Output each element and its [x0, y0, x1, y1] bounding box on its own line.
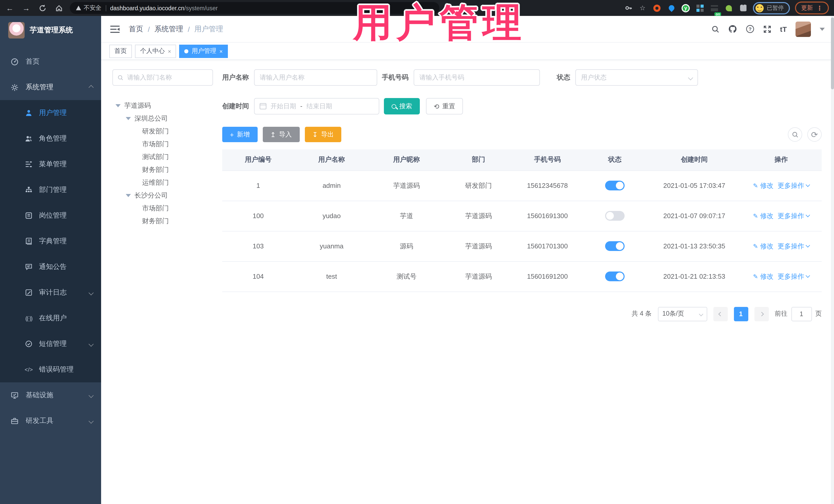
window-scrollbar[interactable] [831, 16, 834, 504]
plus-icon: + [230, 131, 234, 138]
sidebar-item-dict-management[interactable]: 字典管理 [0, 228, 101, 254]
close-icon[interactable]: × [219, 48, 223, 54]
tab-user-management[interactable]: 用户管理 × [179, 44, 228, 58]
sidebar-item-infrastructure[interactable]: 基础设施 [0, 382, 101, 408]
tree-node-root[interactable]: 芋道源码 [112, 99, 213, 112]
sidebar-item-user-management[interactable]: 用户管理 [0, 100, 101, 126]
status-toggle[interactable] [605, 211, 624, 221]
edit-link[interactable]: ✎修改 [753, 181, 773, 190]
sidebar-item-role-management[interactable]: 角色管理 [0, 126, 101, 151]
reset-button[interactable]: ⟲ 重置 [426, 98, 463, 114]
browser-home-icon[interactable] [54, 3, 64, 13]
edit-link[interactable]: ✎修改 [753, 241, 773, 251]
tree-node-leaf[interactable]: 运维部门 [112, 176, 213, 189]
github-icon[interactable] [728, 25, 737, 34]
status-select[interactable]: 用户状态 [575, 69, 698, 86]
help-icon[interactable]: ? [746, 25, 754, 34]
prev-page-button[interactable] [713, 307, 727, 321]
more-actions-link[interactable]: 更多操作 [777, 181, 809, 190]
dept-search-input[interactable] [127, 74, 208, 81]
breadcrumb-system[interactable]: 系统管理 [154, 24, 183, 34]
browser-back-icon[interactable]: ← [5, 3, 14, 13]
browser-update-button[interactable]: 更新 ⋮ [795, 2, 829, 14]
sidebar-item-sms-management[interactable]: 短信管理 [0, 331, 101, 357]
extension-green-key-icon[interactable] [724, 3, 733, 13]
date-range-picker[interactable]: 开始日期 - 结束日期 [254, 98, 379, 114]
edit-link[interactable]: ✎修改 [753, 211, 773, 220]
mobile-input[interactable] [419, 74, 534, 81]
sidebar-item-notice-announcement[interactable]: 通知公告 [0, 254, 101, 280]
import-button[interactable]: ↥ 导入 [263, 127, 300, 142]
tab-profile[interactable]: 个人中心 × [135, 44, 176, 58]
header-search-icon[interactable] [711, 25, 720, 33]
upload-icon: ↥ [270, 131, 276, 138]
app-logo-row[interactable]: 芋道管理系统 [0, 16, 101, 45]
tab-home[interactable]: 首页 [109, 44, 132, 58]
mobile-filter-field[interactable] [414, 69, 540, 86]
browser-menu-dots-icon[interactable]: ⋮ [816, 4, 823, 12]
extensions-puzzle-icon[interactable] [739, 3, 748, 13]
sidebar-item-menu-management[interactable]: 菜单管理 [0, 151, 101, 177]
browser-forward-icon[interactable]: → [22, 3, 31, 13]
extension-y-icon[interactable]: y [681, 3, 690, 13]
sidebar-item-post-management[interactable]: 岗位管理 [0, 203, 101, 228]
username-input[interactable] [260, 74, 372, 81]
status-toggle[interactable] [605, 271, 624, 281]
tree-caret-icon[interactable] [115, 104, 120, 107]
export-button[interactable]: ↧ 导出 [305, 127, 342, 142]
fullscreen-icon[interactable] [763, 25, 771, 33]
pagination-total: 共 4 条 [632, 309, 652, 318]
sidebar-collapse-icon[interactable] [110, 25, 119, 32]
sidebar-item-home[interactable]: 首页 [0, 49, 101, 74]
scrollbar-thumb[interactable] [831, 18, 834, 89]
avatar-caret-icon[interactable] [820, 27, 825, 30]
breadcrumb-home[interactable]: 首页 [129, 24, 143, 34]
sidebar-item-dev-tools[interactable]: 研发工具 [0, 408, 101, 434]
tree-node-leaf[interactable]: 研发部门 [112, 125, 213, 137]
address-bar[interactable]: 不安全 dashboard.yudao.iocoder.cn /system/u… [70, 2, 439, 14]
page-size-select[interactable]: 10条/页 [658, 307, 707, 321]
more-actions-link[interactable]: 更多操作 [777, 272, 809, 281]
extension-drop-icon[interactable] [667, 3, 676, 13]
tree-node-leaf[interactable]: 市场部门 [112, 137, 213, 150]
extension-squares-icon[interactable] [696, 3, 705, 13]
add-button[interactable]: + 新增 [222, 127, 257, 142]
tree-node-leaf[interactable]: 测试部门 [112, 150, 213, 163]
show-search-toggle-button[interactable] [788, 127, 802, 141]
tree-node-leaf[interactable]: 市场部门 [112, 202, 213, 215]
more-actions-link[interactable]: 更多操作 [777, 241, 809, 251]
current-page-button[interactable]: 1 [734, 307, 748, 321]
pencil-icon: ✎ [753, 273, 758, 280]
sidebar-item-audit-log[interactable]: 审计日志 [0, 280, 101, 305]
tree-node-branch[interactable]: 长沙分公司 [112, 189, 213, 202]
font-size-icon[interactable]: tT [780, 25, 787, 33]
status-toggle[interactable] [605, 241, 624, 251]
search-button[interactable]: 搜索 [384, 98, 420, 114]
extension-tabs-on-icon[interactable]: on [710, 3, 719, 13]
goto-page-input[interactable] [791, 307, 812, 321]
sidebar-item-online-users[interactable]: ((·)) 在线用户 [0, 305, 101, 331]
edit-link[interactable]: ✎修改 [753, 272, 773, 281]
sidebar-item-dept-management[interactable]: 部门管理 [0, 177, 101, 203]
browser-profile-button[interactable]: 已暂停 [753, 2, 790, 14]
tree-node-leaf[interactable]: 财务部门 [112, 215, 213, 227]
more-actions-link[interactable]: 更多操作 [777, 211, 809, 220]
tree-node-leaf[interactable]: 财务部门 [112, 163, 213, 176]
close-icon[interactable]: × [168, 48, 171, 54]
sidebar-item-system-management[interactable]: 系统管理 [0, 74, 101, 100]
gear-icon [10, 83, 19, 91]
sidebar-item-error-code-management[interactable]: </> 错误码管理 [0, 357, 101, 382]
tree-caret-icon[interactable] [126, 117, 131, 120]
password-key-icon[interactable] [623, 3, 633, 13]
bookmark-star-icon[interactable]: ☆ [638, 3, 647, 13]
browser-reload-icon[interactable] [38, 3, 47, 13]
user-avatar[interactable] [795, 21, 811, 37]
dept-search-box[interactable] [112, 69, 213, 86]
refresh-table-button[interactable]: ⟳ [807, 127, 822, 141]
username-filter-field[interactable] [254, 69, 377, 86]
extension-ubuntu-icon[interactable] [652, 3, 662, 13]
status-toggle[interactable] [605, 181, 624, 191]
next-page-button[interactable] [754, 307, 769, 321]
tree-node-branch[interactable]: 深圳总公司 [112, 112, 213, 125]
tree-caret-icon[interactable] [126, 194, 131, 197]
